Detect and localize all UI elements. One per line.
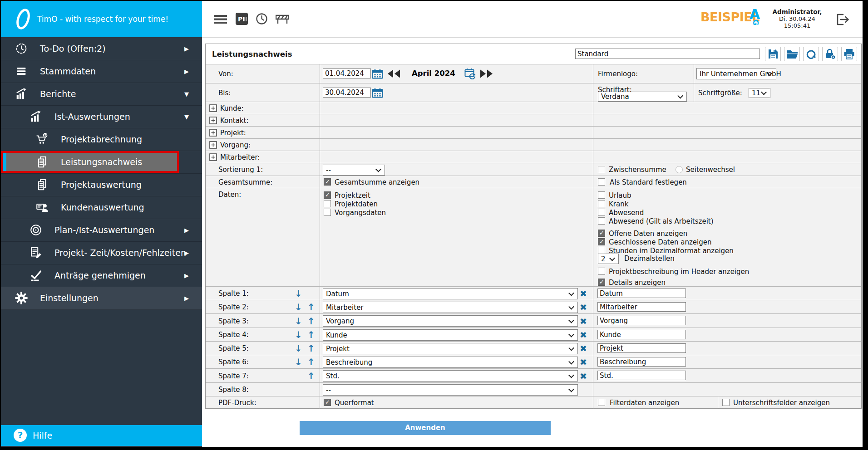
spalte-select[interactable]: Datum (323, 288, 578, 299)
schriftart-select[interactable]: Verdana (598, 92, 687, 102)
sidebar-item-anträge-genehmigen[interactable]: Anträge genehmigen▶ (1, 264, 202, 287)
move-up-icon[interactable]: ↑ (307, 371, 315, 380)
daten-right-3-checkbox[interactable] (598, 217, 605, 225)
sidebar-item-kundenauswertung[interactable]: Kundenauswertung (1, 196, 202, 219)
spalte-title-input[interactable] (597, 357, 686, 367)
open-folder-button[interactable] (784, 47, 800, 61)
sidebar-item-projektabrechnung[interactable]: Projektabrechnung (1, 128, 202, 151)
daten-right-4-checkbox[interactable] (598, 230, 605, 237)
zwischensumme-checkbox[interactable] (598, 166, 605, 173)
spalte-title-input[interactable] (597, 302, 686, 312)
spalte-select[interactable]: Beschreibung (323, 357, 578, 368)
spalte-select[interactable]: Mitarbeiter (323, 302, 578, 313)
sidebar-item-projektauswertung[interactable]: Projektauswertung (1, 173, 202, 196)
expand-plus-icon[interactable] (209, 104, 217, 114)
von-calendar-icon[interactable] (372, 68, 383, 81)
bis-calendar-icon[interactable] (372, 88, 383, 100)
als-standard-checkbox[interactable] (598, 178, 605, 186)
sidebar-item-einstellungen[interactable]: Einstellungen▶ (1, 287, 202, 310)
daten-right-1-checkbox[interactable] (598, 200, 605, 207)
expand-plus-icon[interactable] (209, 129, 217, 138)
reset-month-icon[interactable] (464, 68, 476, 81)
seitenwechsel-radio[interactable] (676, 166, 683, 173)
daten-left-1-checkbox[interactable] (324, 200, 331, 207)
remove-column-icon[interactable]: ✖ (580, 289, 587, 298)
project-app-icon[interactable]: P (236, 13, 248, 26)
sidebar-item-to-do-offen-2-[interactable]: To-Do (Offen:2)▶ (1, 37, 202, 60)
firmenlogo-select[interactable]: Ihr Unternehmen GmbH (696, 68, 776, 79)
remove-column-icon[interactable]: ✖ (580, 358, 587, 367)
spalte-title-input[interactable] (597, 343, 686, 353)
remove-column-icon[interactable]: ✖ (580, 303, 587, 312)
spalte-select[interactable]: Std. (323, 370, 578, 382)
undo-button[interactable] (803, 47, 819, 61)
filterdaten-checkbox[interactable] (598, 399, 605, 406)
move-down-icon[interactable]: ↓ (295, 357, 302, 367)
daten-left-2-checkbox[interactable] (324, 209, 331, 216)
move-down-icon[interactable]: ↓ (295, 289, 302, 298)
unterschriftsfelder-checkbox[interactable] (722, 399, 730, 406)
sidebar-item-leistungsnachweis[interactable]: Leistungsnachweis (1, 151, 202, 174)
daten-right-5-checkbox[interactable] (598, 238, 605, 245)
daten-right-7-line: Projektbeschreibung im Header anzeigen (598, 267, 793, 276)
expand-plus-icon[interactable] (209, 153, 217, 163)
move-up-icon[interactable]: ↑ (307, 344, 315, 353)
sidebar-item-ist-auswertungen[interactable]: Ist-Auswertungen▼ (1, 105, 202, 128)
save-button[interactable] (765, 47, 781, 61)
von-date-input[interactable] (323, 68, 371, 78)
schriftgroesse-select[interactable]: 11 (749, 88, 770, 98)
spalte-select[interactable]: Projekt (323, 343, 578, 354)
spalte-select-value: Kunde (326, 331, 347, 339)
beispiel-ag-logo: BEISPIEL A G (700, 10, 760, 24)
daten-right-2-checkbox[interactable] (598, 209, 605, 216)
move-down-icon[interactable]: ↓ (295, 303, 302, 312)
sidebar-item-projekt-zeit-kosten-fehlzeiten[interactable]: Projekt- Zeit/Kosten/Fehlzeiten▶ (1, 241, 202, 264)
previous-month-icon[interactable] (386, 69, 402, 80)
sortierung-select[interactable]: -- (323, 165, 385, 176)
barrier-icon[interactable] (276, 14, 289, 25)
daten-right-6-checkbox[interactable] (598, 247, 605, 254)
bis-date-input[interactable] (323, 88, 371, 98)
expand-plus-icon[interactable] (209, 117, 217, 126)
sidebar-item-plan-ist-auswertungen[interactable]: Plan-/Ist-Auswertungen▶ (1, 219, 202, 242)
move-down-icon[interactable]: ↓ (295, 316, 302, 325)
lock-button[interactable] (822, 47, 838, 61)
anwenden-button[interactable]: Anwenden (300, 421, 551, 435)
daten-right-8-checkbox[interactable] (598, 279, 605, 286)
querformat-checkbox[interactable] (324, 399, 331, 406)
daten-right-0-checkbox[interactable] (598, 191, 605, 199)
menu-hamburger-icon[interactable] (214, 15, 227, 25)
daten-right-7-checkbox[interactable] (598, 268, 605, 275)
move-down-icon[interactable]: ↓ (295, 344, 302, 353)
sidebar-item-hilfe[interactable]: ? Hilfe (1, 425, 202, 446)
remove-column-icon[interactable]: ✖ (580, 317, 587, 325)
print-button[interactable] (841, 47, 857, 61)
user-info: Administrator, Di, 30.04.24 15:05:41 (767, 9, 827, 29)
spalte-select[interactable]: Kunde (323, 329, 578, 341)
move-up-icon[interactable]: ↑ (307, 330, 315, 339)
daten-left-0-checkbox[interactable] (324, 191, 331, 199)
spalte-title-input[interactable] (597, 371, 686, 380)
move-up-icon[interactable]: ↑ (307, 316, 315, 325)
sidebar-item-stammdaten[interactable]: Stammdaten▶ (1, 60, 202, 83)
spalte-title-input[interactable] (597, 330, 686, 339)
spalte-select[interactable]: -- (323, 384, 578, 396)
dezimalstellen-select[interactable]: 2 (598, 254, 619, 264)
spalte-select[interactable]: Vorgang (323, 315, 578, 327)
next-month-icon[interactable] (478, 69, 494, 80)
clock-icon[interactable] (256, 13, 267, 26)
remove-column-icon[interactable]: ✖ (580, 344, 587, 353)
filterdaten-label: Filterdaten anzeigen (610, 399, 679, 407)
move-up-icon[interactable]: ↑ (307, 303, 315, 312)
gesamtsumme-checkbox[interactable] (324, 178, 331, 186)
move-up-icon[interactable]: ↑ (307, 357, 315, 367)
remove-column-icon[interactable]: ✖ (580, 331, 587, 339)
expand-plus-icon[interactable] (209, 141, 217, 151)
spalte-title-input[interactable] (597, 289, 686, 298)
move-down-icon[interactable]: ↓ (295, 330, 302, 339)
preset-input[interactable] (575, 49, 760, 59)
remove-column-icon[interactable]: ✖ (580, 372, 587, 380)
sidebar-item-berichte[interactable]: Berichte▼ (1, 83, 202, 106)
logout-icon[interactable] (835, 13, 850, 28)
spalte-title-input[interactable] (597, 316, 686, 325)
